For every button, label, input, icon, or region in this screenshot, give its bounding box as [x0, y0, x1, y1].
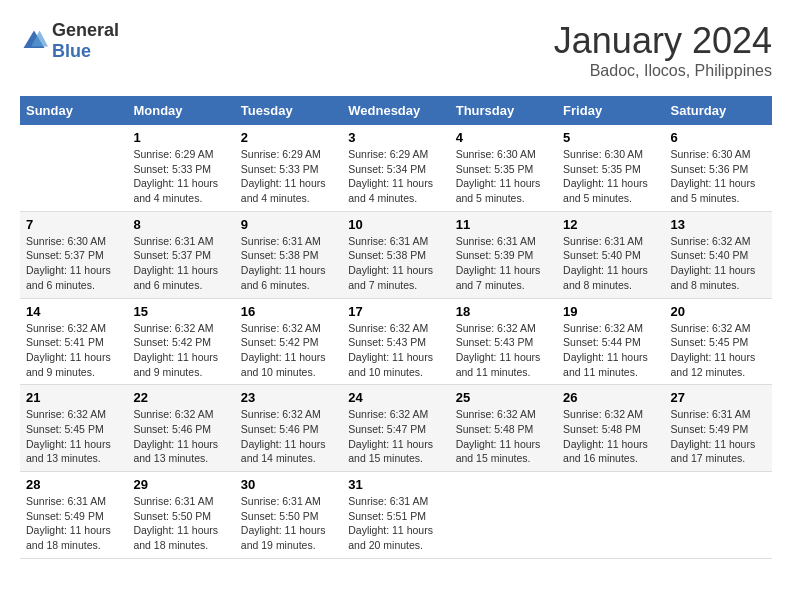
day-info: Sunrise: 6:30 AMSunset: 5:35 PMDaylight:…	[456, 147, 551, 206]
day-info: Sunrise: 6:29 AMSunset: 5:33 PMDaylight:…	[133, 147, 228, 206]
calendar-cell: 16Sunrise: 6:32 AMSunset: 5:42 PMDayligh…	[235, 298, 342, 385]
day-number: 24	[348, 390, 443, 405]
weekday-header: Wednesday	[342, 96, 449, 125]
calendar-cell: 7Sunrise: 6:30 AMSunset: 5:37 PMDaylight…	[20, 211, 127, 298]
day-number: 26	[563, 390, 658, 405]
logo-icon	[20, 27, 48, 55]
day-info: Sunrise: 6:31 AMSunset: 5:37 PMDaylight:…	[133, 234, 228, 293]
calendar-cell: 25Sunrise: 6:32 AMSunset: 5:48 PMDayligh…	[450, 385, 557, 472]
day-number: 21	[26, 390, 121, 405]
calendar-cell: 10Sunrise: 6:31 AMSunset: 5:38 PMDayligh…	[342, 211, 449, 298]
weekday-header: Saturday	[665, 96, 772, 125]
calendar-cell: 14Sunrise: 6:32 AMSunset: 5:41 PMDayligh…	[20, 298, 127, 385]
calendar-cell: 17Sunrise: 6:32 AMSunset: 5:43 PMDayligh…	[342, 298, 449, 385]
calendar-cell: 30Sunrise: 6:31 AMSunset: 5:50 PMDayligh…	[235, 472, 342, 559]
day-number: 30	[241, 477, 336, 492]
calendar-cell	[557, 472, 664, 559]
calendar-cell: 18Sunrise: 6:32 AMSunset: 5:43 PMDayligh…	[450, 298, 557, 385]
day-number: 19	[563, 304, 658, 319]
calendar-week-row: 21Sunrise: 6:32 AMSunset: 5:45 PMDayligh…	[20, 385, 772, 472]
title-area: January 2024 Badoc, Ilocos, Philippines	[554, 20, 772, 80]
day-info: Sunrise: 6:32 AMSunset: 5:48 PMDaylight:…	[563, 407, 658, 466]
day-info: Sunrise: 6:29 AMSunset: 5:34 PMDaylight:…	[348, 147, 443, 206]
day-info: Sunrise: 6:32 AMSunset: 5:42 PMDaylight:…	[133, 321, 228, 380]
calendar-cell	[665, 472, 772, 559]
day-number: 9	[241, 217, 336, 232]
calendar-cell: 13Sunrise: 6:32 AMSunset: 5:40 PMDayligh…	[665, 211, 772, 298]
calendar-title: January 2024	[554, 20, 772, 62]
day-number: 12	[563, 217, 658, 232]
calendar-cell: 28Sunrise: 6:31 AMSunset: 5:49 PMDayligh…	[20, 472, 127, 559]
day-info: Sunrise: 6:31 AMSunset: 5:38 PMDaylight:…	[348, 234, 443, 293]
day-info: Sunrise: 6:32 AMSunset: 5:43 PMDaylight:…	[456, 321, 551, 380]
day-number: 4	[456, 130, 551, 145]
calendar-cell: 4Sunrise: 6:30 AMSunset: 5:35 PMDaylight…	[450, 125, 557, 211]
day-number: 25	[456, 390, 551, 405]
day-number: 10	[348, 217, 443, 232]
day-number: 17	[348, 304, 443, 319]
day-info: Sunrise: 6:32 AMSunset: 5:41 PMDaylight:…	[26, 321, 121, 380]
day-info: Sunrise: 6:30 AMSunset: 5:37 PMDaylight:…	[26, 234, 121, 293]
day-info: Sunrise: 6:32 AMSunset: 5:46 PMDaylight:…	[133, 407, 228, 466]
weekday-header: Friday	[557, 96, 664, 125]
day-info: Sunrise: 6:31 AMSunset: 5:50 PMDaylight:…	[133, 494, 228, 553]
weekday-header: Thursday	[450, 96, 557, 125]
day-number: 15	[133, 304, 228, 319]
calendar-cell: 8Sunrise: 6:31 AMSunset: 5:37 PMDaylight…	[127, 211, 234, 298]
day-number: 16	[241, 304, 336, 319]
calendar-cell: 29Sunrise: 6:31 AMSunset: 5:50 PMDayligh…	[127, 472, 234, 559]
day-number: 8	[133, 217, 228, 232]
calendar-week-row: 28Sunrise: 6:31 AMSunset: 5:49 PMDayligh…	[20, 472, 772, 559]
day-number: 5	[563, 130, 658, 145]
day-number: 22	[133, 390, 228, 405]
calendar-cell: 19Sunrise: 6:32 AMSunset: 5:44 PMDayligh…	[557, 298, 664, 385]
day-info: Sunrise: 6:32 AMSunset: 5:45 PMDaylight:…	[26, 407, 121, 466]
weekday-header: Sunday	[20, 96, 127, 125]
day-info: Sunrise: 6:31 AMSunset: 5:49 PMDaylight:…	[26, 494, 121, 553]
day-number: 1	[133, 130, 228, 145]
weekday-header: Monday	[127, 96, 234, 125]
day-number: 7	[26, 217, 121, 232]
logo-blue: Blue	[52, 41, 91, 61]
calendar-cell: 5Sunrise: 6:30 AMSunset: 5:35 PMDaylight…	[557, 125, 664, 211]
day-info: Sunrise: 6:29 AMSunset: 5:33 PMDaylight:…	[241, 147, 336, 206]
calendar-week-row: 1Sunrise: 6:29 AMSunset: 5:33 PMDaylight…	[20, 125, 772, 211]
day-info: Sunrise: 6:32 AMSunset: 5:48 PMDaylight:…	[456, 407, 551, 466]
calendar-cell: 23Sunrise: 6:32 AMSunset: 5:46 PMDayligh…	[235, 385, 342, 472]
day-info: Sunrise: 6:31 AMSunset: 5:40 PMDaylight:…	[563, 234, 658, 293]
calendar-cell: 11Sunrise: 6:31 AMSunset: 5:39 PMDayligh…	[450, 211, 557, 298]
day-info: Sunrise: 6:32 AMSunset: 5:45 PMDaylight:…	[671, 321, 766, 380]
calendar-cell: 15Sunrise: 6:32 AMSunset: 5:42 PMDayligh…	[127, 298, 234, 385]
calendar-cell: 22Sunrise: 6:32 AMSunset: 5:46 PMDayligh…	[127, 385, 234, 472]
day-number: 31	[348, 477, 443, 492]
calendar-week-row: 7Sunrise: 6:30 AMSunset: 5:37 PMDaylight…	[20, 211, 772, 298]
day-info: Sunrise: 6:30 AMSunset: 5:36 PMDaylight:…	[671, 147, 766, 206]
calendar-cell: 20Sunrise: 6:32 AMSunset: 5:45 PMDayligh…	[665, 298, 772, 385]
calendar-cell	[450, 472, 557, 559]
calendar-cell: 27Sunrise: 6:31 AMSunset: 5:49 PMDayligh…	[665, 385, 772, 472]
day-info: Sunrise: 6:32 AMSunset: 5:46 PMDaylight:…	[241, 407, 336, 466]
day-info: Sunrise: 6:32 AMSunset: 5:43 PMDaylight:…	[348, 321, 443, 380]
day-info: Sunrise: 6:32 AMSunset: 5:40 PMDaylight:…	[671, 234, 766, 293]
day-number: 28	[26, 477, 121, 492]
day-info: Sunrise: 6:31 AMSunset: 5:51 PMDaylight:…	[348, 494, 443, 553]
calendar-table: SundayMondayTuesdayWednesdayThursdayFrid…	[20, 96, 772, 559]
day-number: 13	[671, 217, 766, 232]
day-number: 3	[348, 130, 443, 145]
header: General Blue January 2024 Badoc, Ilocos,…	[20, 20, 772, 80]
day-number: 18	[456, 304, 551, 319]
day-info: Sunrise: 6:31 AMSunset: 5:39 PMDaylight:…	[456, 234, 551, 293]
day-info: Sunrise: 6:32 AMSunset: 5:47 PMDaylight:…	[348, 407, 443, 466]
day-number: 6	[671, 130, 766, 145]
day-info: Sunrise: 6:30 AMSunset: 5:35 PMDaylight:…	[563, 147, 658, 206]
logo: General Blue	[20, 20, 119, 62]
day-info: Sunrise: 6:31 AMSunset: 5:38 PMDaylight:…	[241, 234, 336, 293]
day-number: 20	[671, 304, 766, 319]
day-info: Sunrise: 6:32 AMSunset: 5:42 PMDaylight:…	[241, 321, 336, 380]
day-number: 29	[133, 477, 228, 492]
day-number: 14	[26, 304, 121, 319]
calendar-cell: 21Sunrise: 6:32 AMSunset: 5:45 PMDayligh…	[20, 385, 127, 472]
day-number: 11	[456, 217, 551, 232]
calendar-week-row: 14Sunrise: 6:32 AMSunset: 5:41 PMDayligh…	[20, 298, 772, 385]
calendar-cell: 12Sunrise: 6:31 AMSunset: 5:40 PMDayligh…	[557, 211, 664, 298]
